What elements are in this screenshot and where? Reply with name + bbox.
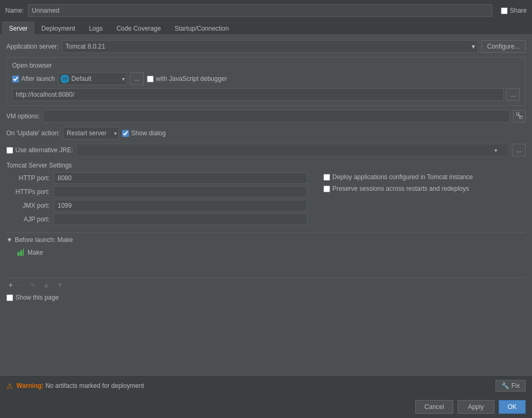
open-browser-label: Open browser	[12, 62, 520, 69]
update-action-row: On 'Update' action: Restart server ▾ Sho…	[6, 127, 526, 140]
remove-button[interactable]: −	[17, 280, 25, 290]
before-launch-section: ▼ Before launch: Make Make +	[6, 233, 526, 303]
cancel-button[interactable]: Cancel	[415, 400, 453, 414]
deploy-apps-label: Deploy applications configured in Tomcat…	[332, 173, 473, 181]
app-server-select[interactable]: Tomcat 8.0.21	[62, 40, 478, 53]
deploy-apps-checkbox-wrapper[interactable]: Deploy applications configured in Tomcat…	[323, 173, 526, 181]
jre-row: Use alternative JRE: ▾ ...	[6, 144, 526, 156]
tab-server[interactable]: Server	[2, 22, 34, 35]
before-launch-toolbar: + − ✎ ▲ ▼	[6, 277, 526, 292]
js-debugger-checkbox[interactable]	[147, 76, 154, 82]
svg-line-2	[518, 115, 520, 117]
vm-options-label: VM options:	[6, 113, 40, 120]
move-up-button[interactable]: ▲	[40, 280, 52, 290]
after-launch-checkbox[interactable]	[12, 76, 19, 82]
ajp-port-row: AJP port:	[6, 213, 313, 225]
tab-code-coverage[interactable]: Code Coverage	[109, 22, 167, 35]
show-page-checkbox-wrapper[interactable]: Show this page	[6, 294, 59, 301]
move-down-button[interactable]: ▼	[54, 280, 66, 290]
svg-rect-5	[23, 249, 24, 256]
update-select-wrapper: Restart server ▾	[63, 127, 119, 140]
ajp-port-input[interactable]	[54, 213, 307, 225]
before-launch-header[interactable]: ▼ Before launch: Make	[6, 233, 526, 246]
jmx-port-row: JMX port:	[6, 200, 313, 211]
tabs-bar: Server Deployment Logs Code Coverage Sta…	[0, 21, 532, 35]
make-build-icon	[17, 249, 24, 256]
jmx-port-input[interactable]	[54, 200, 307, 211]
make-label: Make	[27, 249, 43, 256]
tab-logs[interactable]: Logs	[82, 22, 109, 35]
browser-dots-button[interactable]: ...	[130, 72, 144, 85]
update-action-select[interactable]: Restart server	[63, 127, 119, 140]
fix-button[interactable]: 🔧 Fix	[496, 380, 526, 392]
tab-startup-connection[interactable]: Startup/Connection	[167, 22, 236, 35]
before-launch-chevron-icon: ▼	[6, 236, 13, 244]
show-dialog-checkbox[interactable]	[122, 130, 129, 137]
share-checkbox[interactable]	[501, 7, 508, 14]
app-server-row: Application server: Tomcat 8.0.21 ▾ Conf…	[6, 40, 526, 53]
ok-button[interactable]: OK	[499, 400, 526, 414]
app-server-wrapper: Tomcat 8.0.21 ▾	[62, 40, 478, 53]
open-browser-section: Open browser After launch 🌐 Default ▾ ..…	[6, 57, 526, 106]
tomcat-settings: Tomcat Server Settings HTTP port: HTTPs …	[6, 162, 526, 227]
vm-options-input[interactable]	[43, 110, 510, 123]
name-input[interactable]	[28, 4, 492, 17]
show-dialog-label: Show dialog	[131, 129, 165, 137]
apply-button[interactable]: Apply	[458, 400, 494, 414]
deploy-apps-checkbox[interactable]	[323, 174, 330, 181]
before-launch-list: Make	[6, 246, 526, 277]
vm-options-expand-button[interactable]	[513, 110, 526, 123]
js-debugger-checkbox-wrapper[interactable]: with JavaScript debugger	[147, 75, 227, 82]
browser-select-wrapper: 🌐 Default ▾	[58, 72, 127, 85]
expand-icon	[516, 113, 522, 119]
http-port-label: HTTP port:	[6, 174, 54, 182]
preserve-sessions-checkbox[interactable]	[323, 185, 330, 192]
fix-icon: 🔧	[501, 382, 509, 389]
after-launch-checkbox-wrapper[interactable]: After launch	[12, 75, 55, 82]
preserve-sessions-checkbox-wrapper[interactable]: Preserve sessions across restarts and re…	[323, 185, 526, 192]
show-dialog-checkbox-wrapper[interactable]: Show dialog	[122, 129, 165, 137]
tomcat-settings-title: Tomcat Server Settings	[6, 162, 526, 169]
after-launch-label: After launch	[21, 75, 55, 82]
ajp-port-label: AJP port:	[6, 216, 54, 223]
fix-label: Fix	[511, 382, 520, 389]
before-launch-item-make: Make	[17, 248, 526, 257]
jre-dots-button[interactable]: ...	[512, 144, 526, 156]
tab-deployment[interactable]: Deployment	[34, 22, 82, 35]
name-label: Name:	[5, 7, 24, 14]
run-configuration-dialog: Name: Share Server Deployment Logs Code …	[0, 0, 532, 418]
warning-label: Warning:	[16, 382, 44, 389]
make-icon	[17, 249, 24, 256]
tomcat-settings-grid: HTTP port: HTTPs port: JMX port: AJP por…	[6, 172, 526, 227]
warning-text: Warning: No artifacts marked for deploym…	[16, 382, 492, 389]
jre-checkbox[interactable]	[6, 147, 13, 154]
before-launch-title: Before launch: Make	[15, 236, 73, 244]
jre-input-wrapper: ▾	[76, 144, 509, 156]
ports-col: HTTP port: HTTPs port: JMX port: AJP por…	[6, 172, 313, 227]
share-label: Share	[510, 7, 527, 14]
share-row: Share	[501, 7, 527, 14]
jre-label: Use alternative JRE:	[15, 146, 73, 154]
jre-select[interactable]	[76, 144, 509, 156]
warning-bar: ⚠ Warning: No artifacts marked for deplo…	[0, 375, 532, 396]
https-port-label: HTTPs port:	[6, 188, 54, 196]
jre-checkbox-wrapper[interactable]: Use alternative JRE:	[6, 146, 73, 154]
warning-description: No artifacts marked for deployment	[45, 382, 144, 389]
show-page-label: Show this page	[15, 294, 59, 301]
preserve-sessions-label: Preserve sessions across restarts and re…	[332, 185, 469, 192]
edit-button[interactable]: ✎	[27, 280, 38, 290]
http-port-row: HTTP port:	[6, 172, 313, 184]
http-port-input[interactable]	[54, 172, 307, 184]
https-port-input[interactable]	[54, 186, 307, 198]
url-input[interactable]	[12, 88, 504, 101]
show-page-checkbox[interactable]	[6, 294, 13, 301]
show-page-row: Show this page	[6, 292, 526, 303]
add-button[interactable]: +	[6, 280, 15, 290]
browser-row: After launch 🌐 Default ▾ ... with JavaSc…	[12, 72, 520, 85]
url-dots-button[interactable]: ...	[506, 88, 520, 101]
browser-select[interactable]: Default	[58, 72, 127, 85]
vm-options-row: VM options:	[6, 110, 526, 123]
configure-button[interactable]: Configure...	[481, 40, 526, 53]
warning-icon: ⚠	[6, 382, 13, 390]
header-row: Name: Share	[0, 0, 532, 21]
